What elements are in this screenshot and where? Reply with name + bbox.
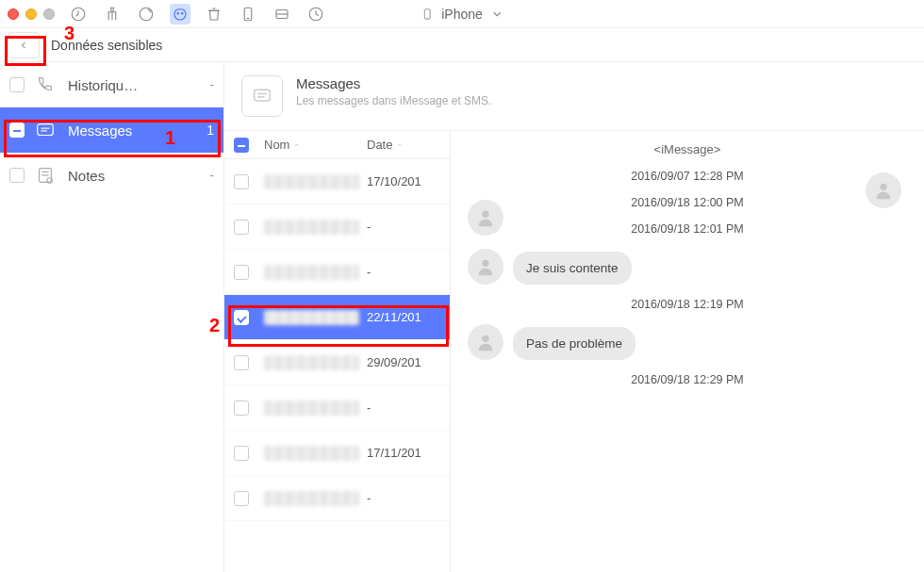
message-pane: <iMessage> 2016/09/07 12:28 PM2016/09/18… <box>451 131 924 572</box>
sidebar-item-label: Historiqu… <box>68 77 209 93</box>
row-name-redacted <box>264 355 359 370</box>
svg-point-23 <box>482 260 488 267</box>
row-checkbox[interactable] <box>234 491 249 506</box>
table-row[interactable]: 17/10/201 <box>224 159 450 204</box>
table-row[interactable]: - <box>224 250 450 295</box>
table-row[interactable]: - <box>224 476 450 521</box>
trash-icon[interactable] <box>204 4 224 25</box>
row-date: - <box>367 491 440 505</box>
phone-icon[interactable] <box>238 4 258 25</box>
messages-large-icon <box>241 75 283 117</box>
svg-rect-11 <box>38 124 54 136</box>
row-name-redacted <box>264 310 359 325</box>
privacy-icon[interactable] <box>170 4 190 25</box>
svg-point-1 <box>140 8 153 21</box>
row-checkbox[interactable] <box>234 220 249 235</box>
sidebar-item-count: - <box>209 77 214 92</box>
phone-history-icon <box>34 74 57 96</box>
row-checkbox[interactable] <box>234 265 249 280</box>
window-controls <box>8 8 55 20</box>
checkbox[interactable] <box>9 168 25 183</box>
content-header-text: Messages Les messages dans iMessage et S… <box>296 75 491 107</box>
svg-rect-18 <box>255 90 271 101</box>
toolbar-icons <box>68 4 326 25</box>
window-close-button[interactable] <box>8 8 19 20</box>
conversation-list: Nom Date 17/10/201--22/11/20129/09/201-1… <box>224 131 451 572</box>
table-row[interactable]: - <box>224 385 450 431</box>
main-content: Historiqu… - Messages 1 Notes - Messages… <box>0 62 924 572</box>
column-header-date[interactable]: Date <box>367 138 440 152</box>
row-checkbox[interactable] <box>234 355 249 370</box>
table-header: Nom Date <box>224 131 450 159</box>
message-bubble: Pas de problème <box>513 327 635 360</box>
row-checkbox[interactable] <box>234 174 249 189</box>
row-name-redacted <box>264 491 359 506</box>
backup-icon[interactable] <box>68 4 89 25</box>
content-subtitle: Les messages dans iMessage et SMS. <box>296 94 491 107</box>
content-area: Messages Les messages dans iMessage et S… <box>224 62 924 572</box>
sidebar-item-messages[interactable]: Messages 1 <box>0 107 223 153</box>
titlebar: iPhone <box>0 0 924 28</box>
content-header: Messages Les messages dans iMessage et S… <box>224 62 924 131</box>
table-row[interactable]: 22/11/201 <box>224 295 450 340</box>
chevron-down-icon <box>490 6 503 23</box>
content-title: Messages <box>296 75 491 91</box>
row-name-redacted <box>264 220 359 235</box>
sidebar: Historiqu… - Messages 1 Notes - <box>0 62 224 572</box>
sidebar-item-count: 1 <box>206 123 214 138</box>
row-checkbox[interactable] <box>234 400 249 416</box>
sidebar-item-label: Messages <box>68 123 206 139</box>
chevron-left-icon <box>18 40 29 51</box>
message-timestamp: 2016/09/18 12:19 PM <box>468 298 907 311</box>
row-date: - <box>367 400 440 415</box>
message-timestamp: 2016/09/18 12:29 PM <box>468 373 907 386</box>
sidebar-item-count: - <box>209 168 214 183</box>
avatar <box>468 324 503 360</box>
avatar <box>468 249 503 285</box>
message-icon <box>34 119 57 141</box>
sidebar-item-notes[interactable]: Notes - <box>0 153 223 198</box>
migrate-icon[interactable] <box>272 4 292 25</box>
row-name-redacted <box>264 400 359 416</box>
table-row[interactable]: 29/09/201 <box>224 340 450 385</box>
notes-icon <box>34 164 57 187</box>
back-button[interactable] <box>8 32 40 58</box>
ring-icon[interactable] <box>136 4 157 25</box>
svg-point-2 <box>177 12 179 14</box>
svg-point-24 <box>482 335 488 342</box>
table-row[interactable]: - <box>224 204 450 250</box>
select-all-checkbox[interactable] <box>234 138 249 153</box>
breadcrumb-title: Données sensibles <box>51 38 162 53</box>
row-name-redacted <box>264 265 359 280</box>
window-maximize-button[interactable] <box>43 8 55 20</box>
checkbox[interactable] <box>9 123 25 138</box>
column-header-nom[interactable]: Nom <box>264 138 367 152</box>
imessage-label: <iMessage> <box>468 142 907 156</box>
svg-point-22 <box>482 211 488 218</box>
clean-icon[interactable] <box>102 4 123 25</box>
message-timestamp: 2016/09/07 12:28 PM <box>468 170 907 183</box>
sort-arrow-icon <box>396 141 404 149</box>
svg-point-3 <box>182 12 184 14</box>
row-date: 22/11/201 <box>367 310 440 324</box>
history-icon[interactable] <box>305 4 326 25</box>
row-checkbox[interactable] <box>234 310 249 325</box>
sidebar-item-history[interactable]: Historiqu… - <box>0 62 223 107</box>
checkbox[interactable] <box>9 77 25 92</box>
row-checkbox[interactable] <box>234 446 249 461</box>
row-date: 17/11/201 <box>367 446 440 460</box>
sidebar-item-label: Notes <box>68 168 209 184</box>
device-selector[interactable]: iPhone <box>421 6 503 23</box>
message-row: Pas de problème <box>468 324 907 360</box>
row-date: 17/10/201 <box>367 174 440 188</box>
breadcrumb: Données sensibles <box>0 28 924 62</box>
row-date: 29/09/201 <box>367 355 440 369</box>
table-row[interactable]: 17/11/201 <box>224 431 450 476</box>
message-bubble: Je suis contente <box>513 252 632 285</box>
svg-point-21 <box>880 184 886 190</box>
message-row: Je suis contente <box>468 249 907 285</box>
table-rows: 17/10/201--22/11/20129/09/201-17/11/201- <box>224 159 450 572</box>
window-minimize-button[interactable] <box>25 8 37 20</box>
device-phone-icon <box>421 6 434 23</box>
message-timestamp: 2016/09/18 12:00 PM <box>468 196 907 209</box>
